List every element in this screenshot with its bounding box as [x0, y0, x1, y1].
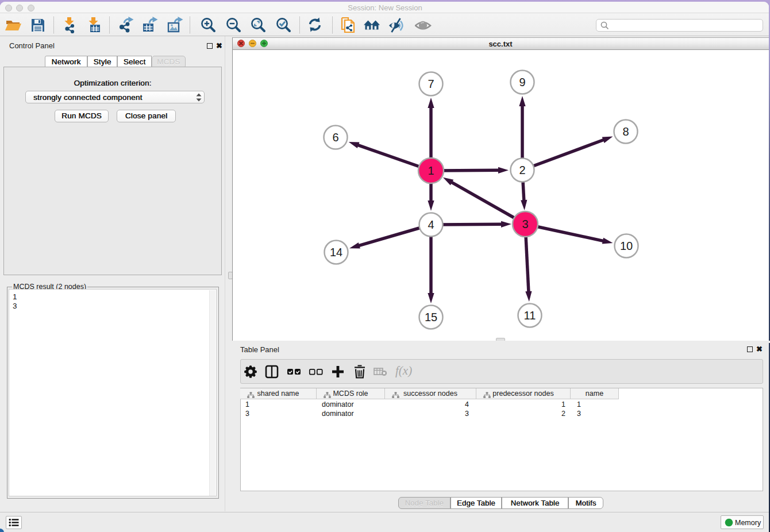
svg-text:10: 10: [620, 240, 633, 252]
svg-text:3: 3: [522, 218, 528, 230]
svg-text:15: 15: [425, 311, 437, 323]
svg-text:6: 6: [332, 131, 338, 144]
svg-text:1: 1: [428, 164, 434, 177]
svg-text:14: 14: [330, 246, 342, 259]
svg-text:8: 8: [622, 125, 629, 138]
svg-text:7: 7: [428, 78, 434, 90]
svg-text:11: 11: [524, 309, 536, 322]
svg-text:4: 4: [428, 218, 434, 231]
svg-text:2: 2: [519, 164, 525, 176]
svg-text:9: 9: [519, 76, 525, 88]
